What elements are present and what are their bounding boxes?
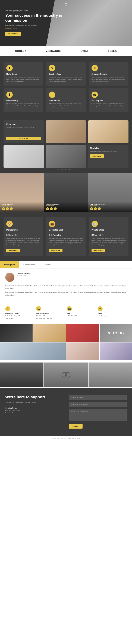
team-member-nina-overlay: NINA GREENFIELD xxx xxxxxxx f t i — [88, 202, 132, 212]
marketing-text: Sample text. Click to select the Text El… — [6, 126, 41, 128]
pricing-membership-text: Article sodales amet laoreis fugue laore… — [6, 238, 41, 246]
nina-twitter-icon[interactable]: t — [94, 207, 97, 210]
contact-phone-value1: 234-965-5400 — [36, 315, 65, 317]
contact-email-label: EMAIL — [98, 312, 127, 314]
pricing-dedicated-desk-btn[interactable]: READ MORE — [49, 249, 62, 252]
nick-facebook-icon[interactable]: f — [46, 207, 49, 210]
quality-icon: ★ — [6, 65, 13, 71]
bw-photo-2 — [44, 362, 88, 387]
contact-phone-label: PHONE NUMBER — [36, 312, 65, 314]
support-text: Sample text. Click to select the Text El… — [5, 401, 63, 404]
hero-cta-button[interactable]: READ MORE — [5, 32, 21, 36]
pricing-membership-price: $ 35/monthly — [6, 232, 41, 237]
tab-specifications[interactable]: Specifications — [19, 261, 40, 268]
gallery-image-2 — [88, 120, 128, 143]
bw-image-1 — [0, 362, 44, 387]
mary-instagram-icon[interactable]: i — [10, 207, 13, 210]
photo-cell-versus: VERSUS — [100, 324, 132, 342]
pricing-private-office: 🏢 Private Office $ 95/monthly Article so… — [89, 217, 128, 256]
team-member-nina-name: NINA GREENFIELD — [90, 203, 130, 205]
feature-innovations: ⚡ Innovations When outer tellus mauris a… — [46, 88, 86, 112]
pricing-private-office-btn[interactable]: READ MORE — [91, 249, 105, 252]
contact-info-section: 📍 OUR MAIN OFFICE Suite 98 Broadway St N… — [0, 302, 132, 322]
features-section: ★ Hight Quality When outer tellus mauris… — [0, 56, 132, 118]
team-member-nina-social: f t i — [90, 207, 130, 210]
form-submit-button[interactable]: Submit — [69, 424, 83, 428]
form-name-input[interactable] — [69, 395, 127, 400]
image-source-link[interactable]: Freepik — [70, 169, 74, 170]
hero-title: Your success in the industry is our miss… — [5, 13, 67, 23]
contact-fax-value1: 1-234-567-8900 — [67, 315, 96, 317]
nina-facebook-icon[interactable]: f — [90, 207, 93, 210]
reviewer-date: June 10, 2022 — [17, 275, 30, 276]
pricing-membership-btn[interactable]: READ MORE — [6, 249, 20, 252]
reviewer-name: Reviewer Name — [17, 273, 30, 275]
contact-office: 📍 OUR MAIN OFFICE Suite 98 Broadway St N… — [5, 306, 34, 319]
tab-reviews[interactable]: Reviews — [39, 261, 55, 268]
hero-badge: Add more speed to your website — [5, 10, 67, 12]
marketing-btn[interactable]: READ MORE — [6, 137, 41, 140]
brand-crolla: CROLLA — [15, 50, 26, 52]
tab-description[interactable]: Description — [0, 261, 19, 268]
results-icon: ◎ — [91, 65, 98, 71]
support-section: We're here to support Sample text. Click… — [0, 388, 132, 436]
team-member-mary: MARY BROWN content creator f t i — [0, 173, 44, 212]
reviewer-avatar — [5, 273, 15, 282]
mary-facebook-icon[interactable]: f — [2, 207, 5, 210]
form-message-input[interactable] — [69, 409, 127, 421]
support-title: We're here to support — [5, 395, 63, 400]
nick-twitter-icon[interactable]: t — [50, 207, 53, 210]
team-member-mary-social: f t i — [2, 207, 42, 210]
gallery-image-caption: Image from Freepik Freepik — [4, 169, 128, 170]
photo-2 — [33, 324, 66, 342]
form-email-input[interactable] — [69, 402, 127, 407]
photo-grid-section: VERSUS — [0, 322, 132, 362]
photo-6 — [66, 342, 99, 360]
pricing-dedicated-desk: 💼 Dedicated Desk $ 65/monthly Article so… — [46, 217, 86, 256]
photo-cell-7 — [100, 342, 132, 360]
opening-time-weekday: Mon - Fri: 10am - 07pm — [5, 410, 63, 412]
membership-icon: 🏠 — [6, 221, 13, 227]
feature-hight-quality: ★ Hight Quality When outer tellus mauris… — [4, 62, 43, 86]
pricing-icon: $ — [6, 92, 13, 98]
gallery-image-1 — [46, 120, 86, 143]
fax-icon: 📠 — [67, 306, 72, 311]
office-icon: 📍 — [5, 306, 10, 311]
pricing-membership-name: Membership — [6, 229, 41, 231]
hero-image-link[interactable]: image from Freepik — [5, 28, 67, 29]
team-member-nick-social: f t i — [46, 207, 86, 210]
nina-instagram-icon[interactable]: i — [98, 207, 101, 210]
dedicated-desk-icon: 💼 — [49, 221, 55, 227]
feature-amazing-results-title: Amazing Results — [91, 73, 126, 75]
photo-cell-6 — [66, 342, 99, 360]
brand-tesla: TESLA — [108, 50, 117, 52]
nick-instagram-icon[interactable]: i — [54, 207, 57, 210]
photo-cell-5 — [0, 342, 66, 360]
reviewer-row: Reviewer Name June 10, 2022 — [5, 273, 127, 282]
support-icon: ☎ — [91, 92, 98, 98]
pricing-dedicated-desk-price: $ 65/monthly — [49, 232, 83, 237]
feature-amazing-results: ◎ Amazing Results When outer tellus maur… — [89, 62, 128, 86]
opening-label: Opening Times — [5, 407, 63, 409]
mary-twitter-icon[interactable]: t — [6, 207, 9, 210]
glasses-icon — [61, 370, 71, 380]
feature-innovations-title: Innovations — [49, 100, 83, 102]
hamburger-menu[interactable]: ☰ — [65, 2, 67, 6]
flexibility-btn[interactable]: READ MORE — [90, 154, 104, 158]
footer-text: Sample text. Click to select the Text El… — [5, 438, 127, 439]
team-member-nick-name: NICK RICHMOND — [46, 203, 86, 205]
creative-icon: ✎ — [49, 65, 55, 71]
gallery-section: Marketing Sample text. Click to select t… — [0, 118, 132, 173]
innovations-icon: ⚡ — [49, 92, 55, 98]
gallery-image-4 — [46, 145, 86, 168]
bw-photo-3 — [88, 362, 132, 387]
feature-247-support-text: When outer tellus mauris a dolor nibh ef… — [91, 103, 126, 109]
email-icon: ✉ — [98, 306, 103, 311]
pricing-private-office-text: Article sodales amet laoreis fugue laore… — [91, 238, 126, 246]
brand-binance: BINANCE — [46, 50, 61, 52]
bw-photo-grid — [0, 362, 132, 388]
hero-content: Add more speed to your website Your succ… — [0, 4, 73, 41]
feature-innovations-text: When outer tellus mauris a dolor nibh ef… — [49, 103, 83, 109]
pricing-dedicated-desk-text: Article sodales amet laoreis fugue laore… — [49, 238, 83, 246]
pricing-dedicated-desk-name: Dedicated Desk — [49, 229, 83, 231]
